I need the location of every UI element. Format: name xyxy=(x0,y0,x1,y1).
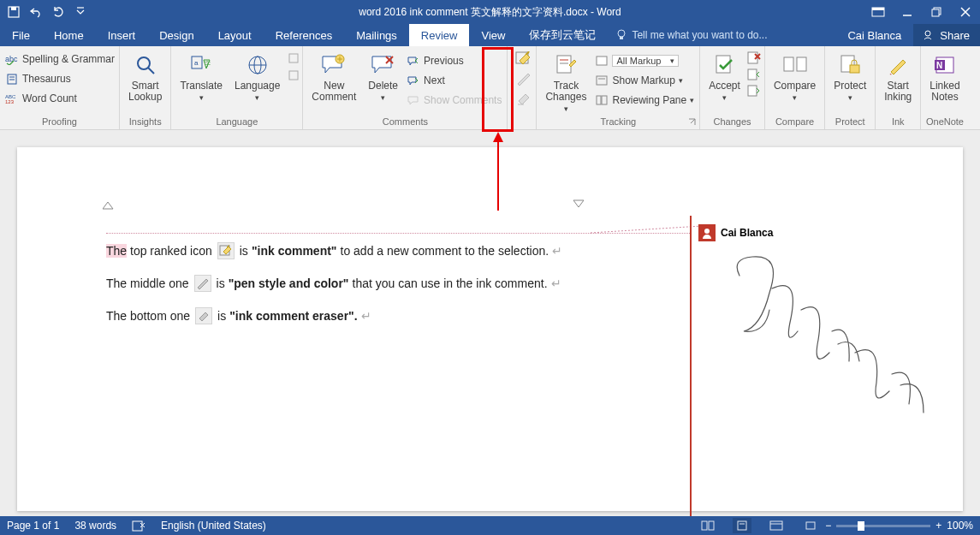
display-for-review-dropdown[interactable]: All Markup▾ xyxy=(593,51,696,70)
delete-comment-button[interactable]: Delete▾ xyxy=(363,50,403,102)
accept-button[interactable]: Accept▾ xyxy=(704,50,745,102)
doc-line-1[interactable]: The top ranked icon is "ink comment" to … xyxy=(106,235,562,267)
next-comment-button[interactable]: Next xyxy=(405,71,503,90)
group-label-comments: Comments xyxy=(306,115,503,129)
comment-header[interactable]: Cai Blanca xyxy=(698,224,773,241)
qat-customize-icon[interactable] xyxy=(74,5,87,19)
svg-rect-51 xyxy=(797,57,806,71)
translate-button[interactable]: a字 Translate▾ xyxy=(175,50,228,102)
protect-button[interactable]: Protect▾ xyxy=(829,50,871,102)
web-layout-icon[interactable] xyxy=(767,518,786,533)
track-changes-button[interactable]: Track Changes▾ xyxy=(540,50,591,113)
svg-line-20 xyxy=(148,68,154,74)
comment-pane-divider xyxy=(690,216,692,516)
restore-icon[interactable] xyxy=(922,0,951,24)
tell-me-search[interactable]: Tell me what you want to do... xyxy=(608,24,775,46)
translate-icon: a字 xyxy=(187,51,215,79)
svg-rect-67 xyxy=(738,521,746,530)
svg-rect-69 xyxy=(770,521,782,530)
svg-point-19 xyxy=(138,57,150,69)
tab-review[interactable]: Review xyxy=(409,24,470,46)
ribbon-options-icon[interactable] xyxy=(864,0,893,24)
svg-rect-50 xyxy=(784,57,793,71)
pen-style-icon xyxy=(514,70,533,87)
zoom-out-button[interactable]: − xyxy=(825,520,831,532)
language-small-icon-1[interactable] xyxy=(287,51,300,65)
tell-me-placeholder: Tell me what you want to do... xyxy=(632,29,767,41)
close-icon[interactable] xyxy=(951,0,980,24)
language-button[interactable]: Language▾ xyxy=(229,50,285,102)
tab-references[interactable]: References xyxy=(264,24,344,46)
window-controls xyxy=(864,0,980,24)
zoom-in-button[interactable]: + xyxy=(935,520,941,532)
previous-icon xyxy=(407,54,420,68)
tracking-dialog-launcher-icon[interactable] xyxy=(688,118,697,127)
tab-cloud-notes[interactable]: 保存到云笔记 xyxy=(517,24,608,46)
print-layout-icon[interactable] xyxy=(733,518,751,533)
zoom-thumb[interactable] xyxy=(858,521,864,531)
inline-eraser-icon xyxy=(195,307,212,324)
svg-rect-71 xyxy=(806,522,815,529)
ink-comment-icon[interactable] xyxy=(514,51,533,68)
spelling-grammar-button[interactable]: abcSpelling & Grammar xyxy=(3,50,116,68)
word-count-button[interactable]: ABC123Word Count xyxy=(3,89,116,108)
zoom-level[interactable]: 100% xyxy=(947,520,973,532)
smart-lookup-button[interactable]: Smart Lookup xyxy=(123,50,167,103)
minimize-icon[interactable] xyxy=(893,0,922,24)
group-label-ink xyxy=(511,115,532,129)
thesaurus-button[interactable]: Thesaurus xyxy=(3,69,116,88)
zoom-slider[interactable]: − + 100% xyxy=(801,518,973,533)
doc-line-3[interactable]: The bottom one is "ink comment eraser".↵ xyxy=(106,300,562,332)
document-area: The top ranked icon is "ink comment" to … xyxy=(0,130,980,516)
tab-insert[interactable]: Insert xyxy=(96,24,148,46)
svg-text:a: a xyxy=(194,59,199,67)
group-label-onenote: OneNote xyxy=(924,115,965,129)
reviewing-pane-button[interactable]: Reviewing Pane▾ xyxy=(593,91,696,110)
account-name[interactable]: Cai Blanca xyxy=(835,29,913,42)
reviewing-pane-icon xyxy=(595,93,609,107)
tab-mailings[interactable]: Mailings xyxy=(344,24,409,46)
redo-icon[interactable] xyxy=(51,5,65,19)
svg-rect-11 xyxy=(620,37,623,39)
save-icon[interactable] xyxy=(7,5,21,19)
status-proof-icon[interactable] xyxy=(132,520,146,532)
svg-text:字: 字 xyxy=(205,61,211,67)
window-title: word 2016 ink comment 英文解释的文字资料.docx - W… xyxy=(0,5,980,20)
next-change-icon[interactable] xyxy=(747,84,761,98)
language-small-icon-2[interactable] xyxy=(287,68,300,82)
tab-design[interactable]: Design xyxy=(147,24,205,46)
group-label-protect: Protect xyxy=(829,115,871,129)
group-comments: New Comment Delete▾ Previous Next Show C… xyxy=(303,46,508,129)
previous-change-icon[interactable] xyxy=(747,68,761,81)
lightbulb-icon xyxy=(616,29,627,41)
group-label-compare: Compare xyxy=(769,115,821,129)
previous-comment-button[interactable]: Previous xyxy=(405,51,503,70)
document-content[interactable]: The top ranked icon is "ink comment" to … xyxy=(106,235,562,332)
tab-home[interactable]: Home xyxy=(42,24,96,46)
zoom-fit-icon[interactable] xyxy=(801,518,820,533)
svg-text:abc: abc xyxy=(5,55,18,63)
zoom-track[interactable] xyxy=(836,525,930,527)
protect-icon xyxy=(836,51,864,79)
start-inking-button[interactable]: Start Inking xyxy=(879,50,917,103)
reject-icon[interactable] xyxy=(747,51,761,65)
tab-layout[interactable]: Layout xyxy=(206,24,264,46)
status-page[interactable]: Page 1 of 1 xyxy=(7,520,59,532)
show-comments-icon xyxy=(407,93,420,107)
svg-rect-48 xyxy=(748,69,757,80)
tab-file[interactable]: File xyxy=(0,24,42,46)
compare-button[interactable]: Compare▾ xyxy=(769,50,821,102)
tab-view[interactable]: View xyxy=(469,24,517,46)
show-markup-button[interactable]: Show Markup▾ xyxy=(593,71,696,90)
group-language: a字 Translate▾ Language▾ Language xyxy=(171,46,303,129)
svg-rect-43 xyxy=(602,96,607,104)
read-mode-icon[interactable] xyxy=(698,518,717,533)
status-words[interactable]: 38 words xyxy=(74,520,116,532)
document-page[interactable]: The top ranked icon is "ink comment" to … xyxy=(17,147,963,511)
linked-notes-button[interactable]: N Linked Notes xyxy=(924,50,965,103)
status-language[interactable]: English (United States) xyxy=(161,520,266,532)
new-comment-button[interactable]: New Comment xyxy=(306,50,361,103)
share-button[interactable]: Share xyxy=(913,24,980,46)
doc-line-2[interactable]: The middle one is "pen style and color" … xyxy=(106,267,562,300)
undo-icon[interactable] xyxy=(29,5,43,19)
